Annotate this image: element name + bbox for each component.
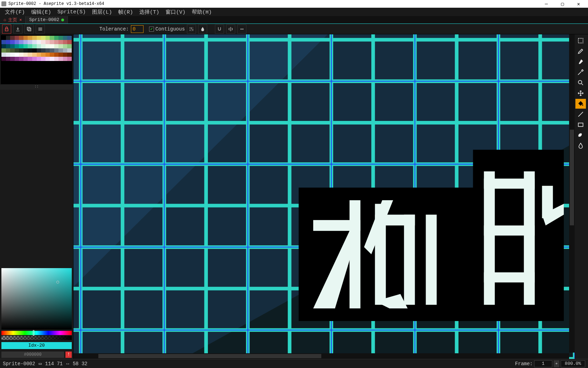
window-maximize[interactable]: ▢	[554, 0, 570, 8]
palette-swatch[interactable]	[58, 44, 63, 48]
tool-pencil[interactable]	[575, 46, 586, 56]
palette-swatch[interactable]	[28, 48, 32, 53]
palette-swatch[interactable]	[32, 48, 37, 53]
palette-swatch[interactable]	[63, 57, 68, 61]
palette-swatch[interactable]	[1, 44, 6, 48]
palette-swatch[interactable]	[6, 48, 10, 53]
palette-swatch[interactable]	[15, 36, 19, 40]
palette-swatch[interactable]	[58, 36, 63, 40]
tab-sprite[interactable]: Sprite-0002	[26, 16, 68, 23]
tab-home-close[interactable]: ✕	[19, 17, 22, 22]
warning-icon[interactable]: !	[65, 352, 72, 358]
tool-eyedropper[interactable]	[575, 67, 586, 77]
tool-zoom[interactable]	[575, 78, 586, 88]
palette-swatch[interactable]	[54, 57, 59, 61]
palette-swatch[interactable]	[37, 48, 41, 53]
palette-swatch[interactable]	[67, 57, 72, 61]
menu-frame[interactable]: 帧(R)	[115, 8, 136, 16]
palette-swatch[interactable]	[6, 53, 10, 57]
palette-swatch[interactable]	[54, 53, 59, 57]
palette-swatch[interactable]	[15, 48, 19, 53]
palette-swatch[interactable]	[37, 57, 41, 61]
frame-add-button[interactable]: +	[554, 360, 559, 367]
tool-line[interactable]	[575, 109, 586, 119]
menu-file[interactable]: 文件(F)	[2, 8, 28, 16]
palette-swatch[interactable]	[10, 40, 15, 44]
palette-swatch[interactable]	[19, 53, 23, 57]
palette-swatch[interactable]	[1, 40, 6, 44]
tool-paint-bucket[interactable]	[575, 99, 586, 109]
hue-slider[interactable]	[1, 331, 72, 335]
palette-swatch[interactable]	[54, 44, 59, 48]
palette-swatch[interactable]	[23, 48, 28, 53]
download-icon[interactable]	[13, 25, 22, 34]
ink-icon[interactable]	[198, 25, 207, 34]
palette-swatch[interactable]	[67, 53, 72, 57]
palette-swatch[interactable]	[63, 44, 68, 48]
palette-swatch[interactable]	[41, 40, 46, 44]
palette-swatch[interactable]	[41, 57, 46, 61]
palette-swatch[interactable]	[28, 57, 32, 61]
palette-swatch[interactable]	[10, 48, 15, 53]
palette-swatch[interactable]	[10, 57, 15, 61]
palette-swatch[interactable]	[23, 36, 28, 40]
palette-swatch[interactable]	[23, 57, 28, 61]
palette-swatch[interactable]	[6, 44, 10, 48]
palette-swatch[interactable]	[41, 48, 46, 53]
menu-edit[interactable]: 编辑(E)	[28, 8, 54, 16]
contiguous-checkbox[interactable]: ✔ Contiguous	[149, 26, 185, 32]
palette-swatch[interactable]	[46, 53, 50, 57]
lock-icon[interactable]	[2, 25, 11, 34]
palette-swatch[interactable]	[63, 48, 68, 53]
menu-window[interactable]: 窗口(V)	[163, 8, 188, 16]
tolerance-input[interactable]	[131, 25, 144, 33]
settings-mixer-icon[interactable]	[187, 25, 196, 34]
palette-swatch[interactable]	[32, 53, 37, 57]
menu-layer[interactable]: 图层(L)	[89, 8, 115, 16]
palette-swatch[interactable]	[58, 48, 63, 53]
tool-blur[interactable]	[575, 141, 586, 151]
palette-swatch[interactable]	[19, 36, 23, 40]
palette-swatch[interactable]	[23, 40, 28, 44]
palette-swatch[interactable]	[46, 48, 50, 53]
palette-swatch[interactable]	[15, 57, 19, 61]
palette-handle[interactable]: ::	[0, 85, 73, 90]
palette-swatch[interactable]	[50, 48, 54, 53]
palette-swatch[interactable]	[19, 57, 23, 61]
palette-swatch[interactable]	[46, 36, 50, 40]
palette-swatch[interactable]	[10, 44, 15, 48]
more-icon[interactable]: ⋯	[237, 25, 246, 34]
palette-swatch[interactable]	[19, 40, 23, 44]
palette-swatch[interactable]	[23, 53, 28, 57]
palette-swatch[interactable]	[67, 48, 72, 53]
copy-icon[interactable]	[24, 25, 34, 34]
frame-input[interactable]	[534, 360, 552, 367]
palette-swatch[interactable]	[28, 53, 32, 57]
palette-swatch[interactable]	[28, 36, 32, 40]
palette-swatch[interactable]	[50, 57, 54, 61]
palette-swatch[interactable]	[15, 40, 19, 44]
palette-swatch[interactable]	[37, 53, 41, 57]
color-picker-sv[interactable]	[1, 268, 72, 329]
palette-swatch[interactable]	[46, 44, 50, 48]
palette-swatch[interactable]	[10, 36, 15, 40]
palette-swatch[interactable]	[63, 40, 68, 44]
palette-swatch[interactable]	[54, 40, 59, 44]
palette-swatch[interactable]	[28, 44, 32, 48]
vscroll-thumb[interactable]	[570, 130, 574, 225]
palette-swatch[interactable]	[54, 36, 59, 40]
palette-swatch[interactable]	[32, 36, 37, 40]
palette-swatch[interactable]	[6, 36, 10, 40]
menu-help[interactable]: 帮助(H)	[189, 8, 215, 16]
palette-swatch[interactable]	[10, 53, 15, 57]
palette-swatch[interactable]	[1, 57, 6, 61]
palette-swatch[interactable]	[63, 36, 68, 40]
snap-icon[interactable]	[215, 25, 224, 34]
palette-swatch[interactable]	[46, 40, 50, 44]
palette-swatch[interactable]	[67, 36, 72, 40]
palette-swatch[interactable]	[50, 36, 54, 40]
palette-swatch[interactable]	[6, 40, 10, 44]
palette-swatch[interactable]	[41, 53, 46, 57]
hscroll-thumb[interactable]	[98, 354, 321, 358]
palette-swatch[interactable]	[15, 53, 19, 57]
